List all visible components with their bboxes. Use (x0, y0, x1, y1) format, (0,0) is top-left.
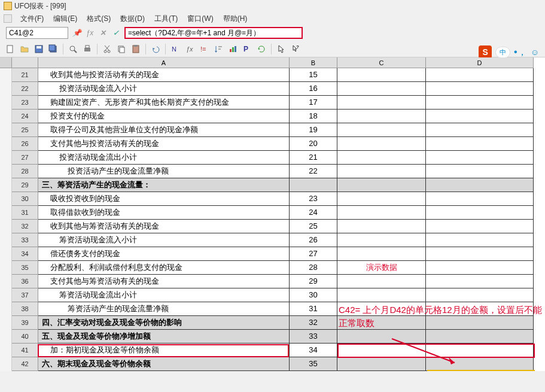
cell-b[interactable]: 20 (290, 137, 337, 151)
cell-c[interactable] (337, 206, 426, 220)
cut-icon[interactable] (101, 42, 114, 56)
cell-a[interactable]: 三、筹资活动产生的现金流量： (38, 178, 290, 192)
cell-b[interactable]: 29 (290, 275, 337, 288)
row-number[interactable]: 30 (12, 192, 38, 206)
cell-d[interactable] (426, 233, 534, 247)
row-number[interactable]: 22 (12, 82, 38, 96)
cell-b[interactable]: 17 (290, 96, 337, 110)
cell-b[interactable]: 18 (290, 110, 337, 123)
cell-c[interactable] (337, 178, 426, 192)
cell-c[interactable] (337, 288, 426, 302)
cell-c[interactable] (337, 247, 426, 261)
cell-d[interactable] (426, 330, 534, 344)
row-number[interactable]: 41 (12, 344, 38, 357)
cell-a[interactable]: 筹资活动产生的现金流量净额 (38, 302, 290, 316)
cell-a[interactable]: 偿还债务支付的现金 (38, 247, 290, 261)
cell-c[interactable] (337, 123, 426, 137)
copy-icon[interactable] (115, 42, 128, 56)
cell-a[interactable]: 投资活动产生的现金流量净额 (38, 165, 290, 178)
row-number[interactable]: 26 (12, 137, 38, 151)
cell-a[interactable]: 投资活动现金流出小计 (38, 151, 290, 165)
refresh-icon[interactable] (255, 42, 268, 56)
row-number[interactable]: 21 (12, 68, 38, 82)
sort-icon[interactable] (212, 42, 225, 56)
cell-b[interactable]: 24 (290, 206, 337, 220)
cell-a[interactable]: 五、现金及现金等价物净增加额 (38, 330, 290, 344)
cell-a[interactable]: 分配股利、利润或偿付利息支付的现金 (38, 261, 290, 275)
pin-icon[interactable]: 📌 (72, 28, 81, 38)
cell-c[interactable] (337, 233, 426, 247)
col-header-d[interactable]: D (426, 57, 534, 68)
cancel-icon[interactable]: ✕ (98, 28, 108, 38)
row-number[interactable]: 27 (12, 151, 38, 165)
cell-d[interactable] (426, 220, 534, 233)
cell-a[interactable]: 吸收投资收到的现金 (38, 192, 290, 206)
cell-d[interactable] (426, 110, 534, 123)
cell-c[interactable] (337, 357, 426, 371)
row-number[interactable]: 42 (12, 357, 38, 371)
help-icon[interactable]: ? (289, 42, 302, 56)
cell-d[interactable] (426, 178, 534, 192)
cell-c[interactable] (337, 220, 426, 233)
cell-a[interactable]: 取得子公司及其他营业单位支付的现金净额 (38, 123, 290, 137)
menu-data[interactable]: 数据(D) (115, 13, 150, 25)
formula-input[interactable] (128, 29, 299, 37)
cell-a[interactable]: 购建固定资产、无形资产和其他长期资产支付的现金 (38, 96, 290, 110)
cell-reference-box[interactable]: C41@2 (6, 27, 68, 39)
menu-edit[interactable]: 编辑(E) (48, 13, 82, 25)
cell-a[interactable]: 四、汇率变动对现金及现金等价物的影响 (38, 316, 290, 330)
cell-c[interactable]: 演示数据 (337, 261, 426, 275)
cell-c[interactable] (337, 151, 426, 165)
cell-a[interactable]: 六、期末现金及现金等价物余额 (38, 357, 290, 371)
row-number[interactable]: 24 (12, 110, 38, 123)
row-number[interactable]: 31 (12, 206, 38, 220)
number-icon[interactable]: N (169, 42, 182, 56)
cell-b[interactable]: 16 (290, 82, 337, 96)
cell-d[interactable] (426, 151, 534, 165)
ime-punct-icon[interactable]: •， (514, 46, 527, 59)
cell-d[interactable] (426, 288, 534, 302)
row-number[interactable]: 37 (12, 288, 38, 302)
cell-b[interactable]: 22 (290, 165, 337, 178)
row-number[interactable]: 25 (12, 123, 38, 137)
cell-a[interactable]: 筹资活动现金流入小计 (38, 233, 290, 247)
menu-tools[interactable]: 工具(T) (150, 13, 182, 25)
paste-icon[interactable] (129, 42, 142, 56)
cell-b[interactable]: 30 (290, 288, 337, 302)
cell-d[interactable] (426, 275, 534, 288)
cell-c[interactable] (337, 344, 426, 357)
cell-b[interactable]: 33 (290, 330, 337, 344)
cell-b[interactable]: 31 (290, 302, 337, 316)
cell-a[interactable]: 取得借款收到的现金 (38, 206, 290, 220)
col-header-b[interactable]: B (290, 57, 337, 68)
row-number[interactable]: 28 (12, 165, 38, 178)
new-icon[interactable] (4, 42, 17, 56)
cell-b[interactable]: 34 (290, 344, 337, 357)
fx-icon[interactable]: ƒx (85, 28, 95, 38)
ime-emoji-icon[interactable]: ☺ (531, 47, 539, 57)
row-number[interactable]: 38 (12, 302, 38, 316)
cell-b[interactable]: 15 (290, 68, 337, 82)
cell-c[interactable] (337, 110, 426, 123)
cell-b[interactable]: 27 (290, 247, 337, 261)
confirm-icon[interactable]: ✓ (111, 28, 121, 38)
open-icon[interactable] (18, 42, 31, 56)
pointer-icon[interactable] (275, 42, 288, 56)
row-number[interactable]: 39 (12, 316, 38, 330)
cell-c[interactable] (337, 68, 426, 82)
cell-b[interactable]: 19 (290, 123, 337, 137)
cell-b[interactable]: 35 (290, 357, 337, 371)
cell-c[interactable] (337, 275, 426, 288)
cell-b[interactable]: 32 (290, 316, 337, 330)
cell-a[interactable]: 投资活动现金流入小计 (38, 82, 290, 96)
cell-c[interactable] (337, 96, 426, 110)
cell-b[interactable]: 25 (290, 220, 337, 233)
cell-a[interactable]: 筹资活动现金流出小计 (38, 288, 290, 302)
ime-lang-label[interactable]: 中 (495, 47, 510, 58)
cell-d[interactable] (426, 344, 534, 357)
cell-b[interactable]: 23 (290, 192, 337, 206)
cell-d[interactable] (426, 247, 534, 261)
save-all-icon[interactable] (47, 42, 60, 56)
row-number[interactable]: 32 (12, 220, 38, 233)
cell-b[interactable] (290, 178, 337, 192)
